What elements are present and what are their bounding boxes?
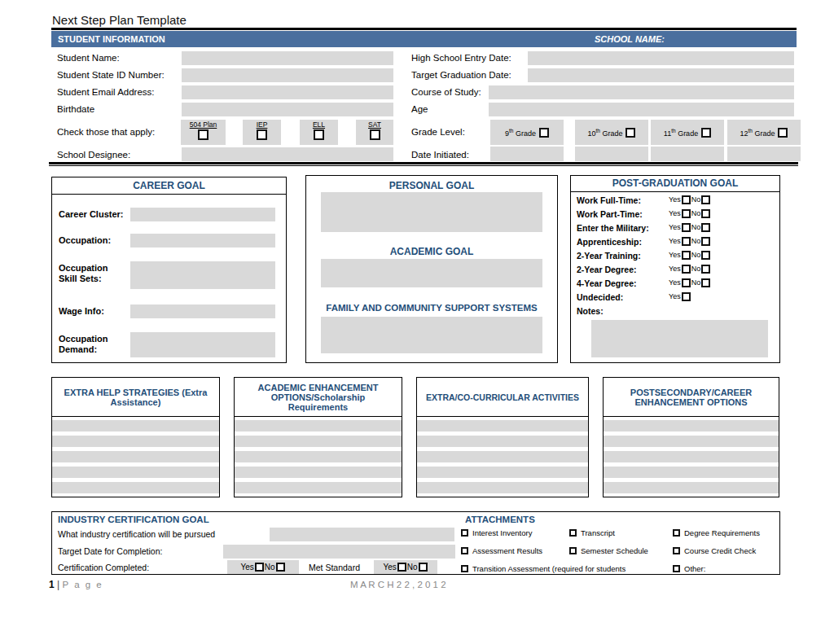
attachment-checkbox[interactable]: [569, 529, 577, 537]
yes-checkbox[interactable]: [682, 223, 691, 232]
student-information-heading: STUDENT INFORMATION: [58, 31, 165, 47]
attachment-checkbox[interactable]: [461, 565, 468, 572]
attachment-checkbox[interactable]: [673, 529, 680, 537]
attachment-checkbox[interactable]: [569, 547, 577, 554]
writing-line[interactable]: [417, 467, 588, 478]
certification-pursued-field[interactable]: [270, 528, 454, 541]
no-checkbox[interactable]: [701, 223, 710, 232]
school-designee-label: School Designee:: [57, 148, 130, 162]
yes-checkbox[interactable]: [682, 251, 691, 260]
two-year-training-yesno: YesNo: [669, 251, 711, 260]
writing-line[interactable]: [235, 467, 402, 478]
no-checkbox[interactable]: [701, 251, 710, 260]
entry-date-field[interactable]: [528, 51, 794, 65]
attachments-title: ATTACHMENTS: [465, 515, 535, 524]
yes-checkbox[interactable]: [397, 563, 406, 572]
no-checkbox[interactable]: [276, 563, 285, 572]
no-checkbox[interactable]: [701, 265, 710, 274]
grade-11-checkbox[interactable]: [701, 128, 711, 138]
footer-page-indicator: 1 | P a g e: [49, 579, 103, 590]
writing-line[interactable]: [52, 420, 219, 432]
yes-checkbox[interactable]: [682, 292, 691, 301]
no-checkbox[interactable]: [419, 563, 428, 572]
personal-goal-field[interactable]: [321, 192, 542, 232]
writing-line[interactable]: [417, 436, 588, 447]
writing-line[interactable]: [235, 436, 402, 447]
writing-line[interactable]: [417, 482, 588, 493]
career-goal-title: CAREER GOAL: [52, 177, 286, 195]
date-initiated-field-12[interactable]: [727, 147, 801, 161]
attachment-transition-assessment: Transition Assessment (required for stud…: [461, 564, 626, 573]
sat-checkbox[interactable]: [370, 129, 380, 140]
section-divider: [49, 162, 798, 166]
writing-line[interactable]: [235, 482, 402, 493]
grade-9-checkbox[interactable]: [539, 128, 549, 138]
occupation-skill-sets-label: Occupation Skill Sets:: [59, 263, 124, 284]
writing-line[interactable]: [604, 482, 779, 493]
writing-line[interactable]: [417, 451, 588, 462]
writing-line[interactable]: [52, 482, 219, 493]
no-checkbox[interactable]: [701, 237, 710, 246]
target-graduation-field[interactable]: [528, 68, 794, 82]
extra-help-strategies-lines: [52, 417, 219, 493]
apply-option-ell: ELL: [300, 120, 338, 145]
iep-checkbox[interactable]: [257, 129, 267, 140]
academic-goal-field[interactable]: [321, 259, 542, 287]
career-cluster-field[interactable]: [130, 208, 275, 221]
writing-line[interactable]: [417, 420, 588, 432]
writing-line[interactable]: [52, 436, 219, 447]
apply-label: Check those that apply:: [57, 125, 155, 139]
yes-checkbox[interactable]: [682, 209, 691, 218]
extra-help-strategies-title: EXTRA HELP STRATEGIES (Extra Assistance): [52, 378, 219, 417]
notes-field[interactable]: [591, 320, 768, 357]
writing-line[interactable]: [604, 420, 779, 432]
attachment-checkbox[interactable]: [673, 565, 680, 572]
grade-option-label: 12th Grade: [740, 128, 775, 138]
writing-line[interactable]: [52, 467, 219, 478]
attachment-transcript: Transcript: [569, 528, 615, 537]
student-name-field[interactable]: [182, 51, 393, 65]
date-initiated-field-10[interactable]: [575, 147, 648, 161]
attachment-checkbox[interactable]: [461, 529, 468, 537]
age-field[interactable]: [489, 103, 794, 116]
writing-line[interactable]: [604, 467, 779, 478]
no-checkbox[interactable]: [701, 278, 710, 287]
target-completion-field[interactable]: [223, 545, 455, 559]
writing-line[interactable]: [604, 451, 779, 462]
date-initiated-field-11[interactable]: [651, 147, 724, 161]
birthdate-field[interactable]: [182, 103, 393, 116]
yes-checkbox[interactable]: [682, 195, 691, 204]
occupation-demand-field[interactable]: [130, 332, 275, 357]
student-id-field[interactable]: [182, 68, 393, 82]
writing-line[interactable]: [235, 451, 402, 462]
student-email-field[interactable]: [182, 85, 393, 99]
attachment-checkbox[interactable]: [461, 547, 468, 554]
school-designee-field[interactable]: [182, 147, 393, 161]
no-checkbox[interactable]: [701, 195, 710, 204]
course-of-study-field[interactable]: [489, 85, 794, 99]
no-checkbox[interactable]: [701, 209, 710, 218]
occupation-skill-sets-field[interactable]: [130, 261, 275, 289]
504-plan-checkbox[interactable]: [198, 129, 208, 140]
yes-checkbox[interactable]: [682, 237, 691, 246]
grade-10-checkbox[interactable]: [626, 128, 635, 138]
notes-label: Notes:: [577, 306, 604, 316]
writing-line[interactable]: [604, 436, 779, 447]
academic-enhancement-box: ACADEMIC ENHANCEMENT OPTIONS/Scholarship…: [234, 377, 402, 497]
grade-12-checkbox[interactable]: [778, 128, 788, 138]
footer-date: M A R C H 2 2 , 2 0 1 2: [350, 580, 446, 589]
occupation-field[interactable]: [130, 234, 275, 248]
attachment-checkbox[interactable]: [673, 547, 680, 554]
grade-option-10: 10th Grade: [575, 120, 648, 145]
writing-line[interactable]: [52, 451, 219, 462]
yes-checkbox[interactable]: [682, 265, 691, 274]
yes-checkbox[interactable]: [255, 563, 264, 572]
date-initiated-field-9[interactable]: [490, 147, 564, 161]
co-curricular-activities-title: EXTRA/CO-CURRICULAR ACTIVITIES: [417, 378, 588, 417]
writing-line[interactable]: [235, 420, 402, 432]
ell-checkbox[interactable]: [314, 129, 324, 140]
family-support-field[interactable]: [321, 317, 542, 353]
met-standard-label: Met Standard: [309, 563, 360, 572]
wage-info-field[interactable]: [130, 304, 275, 318]
yes-checkbox[interactable]: [682, 278, 691, 287]
